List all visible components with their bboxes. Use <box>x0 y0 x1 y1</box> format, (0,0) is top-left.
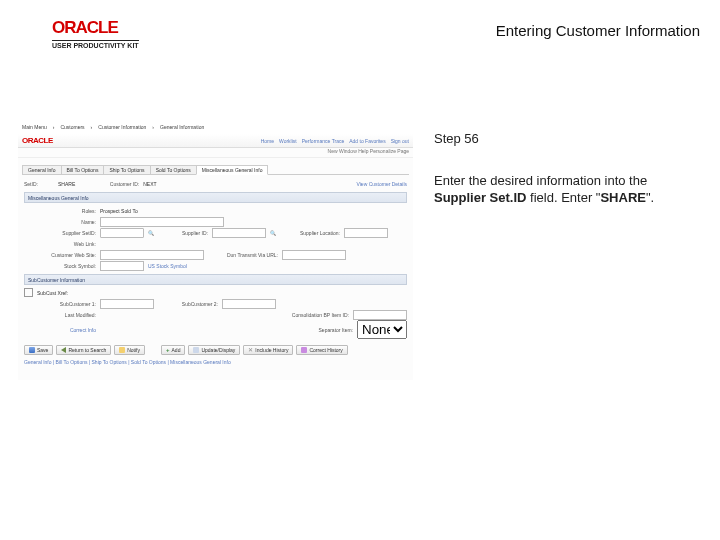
breadcrumb-item[interactable]: Customer Information <box>98 124 146 130</box>
tab-general[interactable]: General Info <box>22 165 62 174</box>
supplier-setid-input[interactable] <box>100 228 144 238</box>
supplier-loc-input[interactable] <box>344 228 388 238</box>
plus-icon: + <box>166 347 170 353</box>
history-button[interactable]: ✕Include History <box>243 345 293 355</box>
link-signout[interactable]: Sign out <box>391 138 409 144</box>
add-button[interactable]: +Add <box>161 345 185 355</box>
oracle-logo: ORACLE USER PRODUCTIVITY KIT <box>52 18 139 49</box>
dun-via-input[interactable] <box>282 250 346 260</box>
step-label: Step 56 <box>434 130 694 148</box>
supplier-setid-label: Supplier SetID: <box>24 230 96 236</box>
setid-label: SetID: <box>24 181 54 187</box>
stock-input[interactable] <box>100 261 144 271</box>
lastmod-label: Last Modified: <box>24 312 96 318</box>
setid-value: SHARE <box>58 181 75 187</box>
link-fav[interactable]: Add to Favorites <box>349 138 385 144</box>
notify-button[interactable]: Notify <box>114 345 145 355</box>
weblink-label: Web Link: <box>24 241 96 247</box>
instruction-text: Enter the desired information into the S… <box>434 172 694 207</box>
cust-website-input[interactable] <box>100 250 204 260</box>
supplier-loc-label: Supplier Location: <box>280 230 340 236</box>
tab-soldto[interactable]: Sold To Options <box>150 165 197 174</box>
subxref-checkbox[interactable] <box>24 288 33 297</box>
notify-icon <box>119 347 125 353</box>
custid-label: Customer ID: <box>79 181 139 187</box>
subc2-label: SubCustomer 2: <box>158 301 218 307</box>
supplier-id-input[interactable] <box>212 228 266 238</box>
tab-misc[interactable]: Miscellaneous General Info <box>196 165 269 175</box>
roles-label: Roles: <box>24 208 96 214</box>
stock-link[interactable]: US Stock Symbol <box>148 263 187 269</box>
update-button[interactable]: Update/Display <box>188 345 240 355</box>
link-perf[interactable]: Performance Trace <box>302 138 345 144</box>
separator-label: Separator Item: <box>293 327 353 333</box>
custid-value: NEXT <box>143 181 156 187</box>
correct-icon <box>301 347 307 353</box>
consol-label: Consolidation BP Item ID: <box>259 312 349 318</box>
app-screenshot: Main Menu› Customers› Customer Informati… <box>18 120 413 380</box>
name-input[interactable] <box>100 217 224 227</box>
save-icon <box>29 347 35 353</box>
save-button[interactable]: Save <box>24 345 53 355</box>
link-worklist[interactable]: Worklist <box>279 138 297 144</box>
subc1-input[interactable] <box>100 299 154 309</box>
breadcrumb-item[interactable]: Main Menu <box>22 124 47 130</box>
tab-shipto[interactable]: Ship To Options <box>103 165 150 174</box>
breadcrumb-item[interactable]: Customers <box>60 124 84 130</box>
subc2-input[interactable] <box>222 299 276 309</box>
subc1-label: SubCustomer 1: <box>24 301 96 307</box>
return-button[interactable]: Return to Search <box>56 345 111 355</box>
history-icon: ✕ <box>248 347 253 353</box>
breadcrumb-item[interactable]: General Information <box>160 124 204 130</box>
subxref-label: SubCust Xref: <box>37 290 68 296</box>
section-misc[interactable]: Miscellaneous General Info <box>24 192 407 203</box>
name-label: Name: <box>24 219 96 225</box>
oracle-brand: ORACLE <box>22 136 53 145</box>
link-home[interactable]: Home <box>261 138 274 144</box>
separator-select[interactable]: None <box>357 320 407 339</box>
logo-text: ORACLE <box>52 18 118 37</box>
section-subcust[interactable]: SubCustomer Information <box>24 274 407 285</box>
consol-input[interactable] <box>353 310 407 320</box>
supplier-id-label: Supplier ID: <box>158 230 208 236</box>
roles-value: Prospect Sold To <box>100 208 138 214</box>
cust-website-label: Customer Web Site: <box>24 252 96 258</box>
logo-subtext: USER PRODUCTIVITY KIT <box>52 40 139 49</box>
tab-billto[interactable]: Bill To Options <box>61 165 105 174</box>
dun-via-label: Dun Transmit Via URL: <box>208 252 278 258</box>
return-icon <box>61 347 66 353</box>
page-title: Entering Customer Information <box>496 22 700 39</box>
breadcrumb-bar: Main Menu› Customers› Customer Informati… <box>18 120 413 134</box>
view-customer-link[interactable]: View Customer Details <box>357 181 407 187</box>
bottom-tab-links[interactable]: General Info | Bill To Options | Ship To… <box>24 359 407 365</box>
update-icon <box>193 347 199 353</box>
correct-info-link[interactable]: Correct Info <box>24 327 96 333</box>
stock-label: Stock Symbol: <box>24 263 96 269</box>
correct-button[interactable]: Correct History <box>296 345 347 355</box>
sub-toolbar[interactable]: New Window Help Personalize Page <box>18 148 413 158</box>
